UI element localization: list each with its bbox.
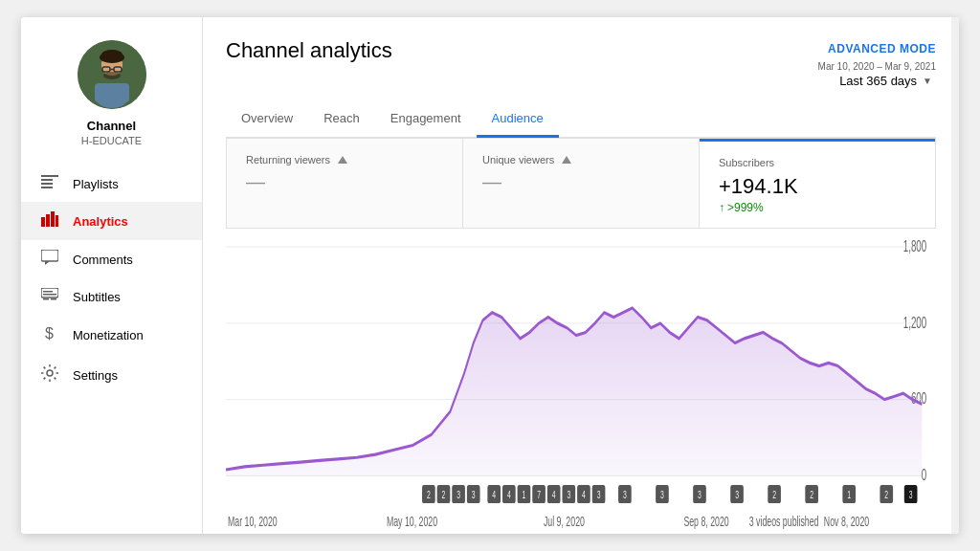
- sidebar-item-monetization[interactable]: $ Monetization: [21, 315, 202, 355]
- svg-text:4: 4: [507, 490, 511, 501]
- tab-engagement[interactable]: Engagement: [375, 101, 477, 138]
- svg-text:4: 4: [552, 490, 556, 501]
- chart-area: 1,800 1,200 600 0: [226, 229, 936, 534]
- svg-rect-15: [41, 217, 45, 227]
- sidebar-item-settings-label: Settings: [73, 368, 118, 383]
- tab-reach[interactable]: Reach: [308, 101, 375, 138]
- svg-text:$: $: [45, 325, 54, 342]
- svg-rect-22: [43, 298, 49, 300]
- svg-text:7: 7: [537, 490, 541, 501]
- metrics-row: Returning viewers — Unique viewers — Sub…: [226, 138, 936, 229]
- tab-audience[interactable]: Audience: [477, 101, 559, 138]
- svg-text:2: 2: [884, 490, 888, 501]
- list-icon: [40, 175, 59, 192]
- sidebar-item-playlists-label: Playlists: [73, 177, 119, 191]
- svg-rect-19: [41, 250, 58, 261]
- sidebar-item-settings[interactable]: Settings: [21, 355, 202, 395]
- sidebar-item-analytics[interactable]: Analytics: [21, 202, 202, 240]
- svg-text:2: 2: [810, 490, 813, 501]
- svg-rect-24: [43, 294, 56, 296]
- svg-text:3: 3: [597, 490, 601, 501]
- svg-text:4: 4: [492, 490, 496, 501]
- sidebar-item-subtitles[interactable]: Subtitles: [21, 278, 202, 315]
- warn-triangle-icon-2: [562, 156, 571, 164]
- metric-unique-viewers: Unique viewers —: [463, 139, 700, 228]
- svg-text:3: 3: [698, 490, 702, 501]
- returning-viewers-label: Returning viewers: [246, 154, 443, 165]
- avatar: [78, 40, 146, 109]
- svg-text:May 10, 2020: May 10, 2020: [387, 514, 437, 530]
- comment-icon: [40, 250, 59, 269]
- svg-point-10: [103, 72, 121, 79]
- svg-rect-11: [41, 175, 58, 177]
- returning-viewers-value: —: [246, 171, 443, 193]
- svg-rect-17: [51, 211, 55, 227]
- date-range-label: Mar 10, 2020 – Mar 9, 2021: [818, 61, 936, 72]
- svg-rect-13: [41, 183, 53, 185]
- sidebar-item-comments-label: Comments: [73, 253, 133, 267]
- sidebar-item-comments[interactable]: Comments: [21, 240, 202, 278]
- subscribers-label: Subscribers: [719, 157, 916, 168]
- svg-text:1,200: 1,200: [903, 314, 926, 331]
- svg-rect-18: [56, 215, 58, 227]
- svg-text:1: 1: [523, 490, 526, 501]
- svg-text:2: 2: [427, 490, 431, 501]
- up-arrow-icon: ↑: [719, 201, 724, 214]
- bar-chart-icon: [40, 211, 59, 231]
- channel-handle: H-EDUCATE: [81, 135, 142, 146]
- scrollbar[interactable]: [951, 17, 959, 534]
- warn-triangle-icon: [338, 156, 347, 164]
- date-range-select[interactable]: Last 365 days ▼: [835, 72, 936, 90]
- nav-list: Playlists Analytics Comments Subtitles: [21, 165, 202, 395]
- sidebar-item-monetization-label: Monetization: [73, 328, 144, 342]
- subscribers-value: +194.1K: [719, 174, 916, 199]
- chevron-down-icon: ▼: [923, 76, 932, 86]
- svg-text:Mar 10, 2020: Mar 10, 2020: [228, 514, 278, 530]
- svg-text:3: 3: [457, 490, 460, 501]
- sidebar: Channel H-EDUCATE Playlists Analytics Co…: [21, 17, 203, 534]
- svg-text:3: 3: [472, 490, 476, 501]
- svg-text:Nov 8, 2020: Nov 8, 2020: [824, 514, 870, 530]
- channel-name: Channel: [87, 119, 136, 133]
- svg-text:4: 4: [582, 490, 586, 501]
- svg-rect-16: [46, 214, 50, 227]
- metric-returning-viewers: Returning viewers —: [227, 139, 463, 228]
- chart-svg: 1,800 1,200 600 0: [226, 229, 936, 534]
- tab-overview[interactable]: Overview: [226, 101, 308, 138]
- svg-text:3 videos published: 3 videos published: [749, 514, 819, 530]
- date-range-preset: Last 365 days: [839, 74, 917, 88]
- svg-text:2: 2: [442, 490, 446, 501]
- metric-subscribers: Subscribers +194.1K ↑ >999%: [700, 139, 935, 228]
- page-title: Channel analytics: [226, 38, 392, 63]
- svg-rect-23: [51, 298, 56, 300]
- subscribers-change: ↑ >999%: [719, 201, 916, 214]
- svg-text:0: 0: [922, 467, 926, 484]
- svg-rect-25: [43, 291, 53, 293]
- sidebar-item-analytics-label: Analytics: [73, 214, 128, 229]
- unique-viewers-label: Unique viewers: [482, 154, 679, 165]
- unique-viewers-value: —: [482, 171, 679, 193]
- svg-rect-21: [41, 288, 58, 298]
- svg-text:1,800: 1,800: [903, 237, 926, 254]
- svg-rect-12: [41, 179, 53, 181]
- svg-text:3: 3: [909, 490, 913, 501]
- advanced-mode-button[interactable]: ADVANCED MODE: [828, 42, 936, 55]
- svg-text:1: 1: [847, 490, 851, 501]
- svg-text:3: 3: [623, 490, 627, 501]
- svg-rect-3: [95, 83, 129, 102]
- page-header: Channel analytics ADVANCED MODE Mar 10, …: [226, 38, 936, 90]
- sidebar-item-playlists[interactable]: Playlists: [21, 165, 202, 202]
- svg-text:2: 2: [772, 490, 776, 501]
- gear-icon: [40, 364, 59, 386]
- svg-rect-14: [41, 187, 53, 188]
- svg-text:Jul 9, 2020: Jul 9, 2020: [544, 514, 585, 530]
- main-content: Channel analytics ADVANCED MODE Mar 10, …: [203, 17, 959, 534]
- dollar-icon: $: [40, 324, 59, 345]
- svg-point-9: [101, 50, 122, 59]
- subtitles-icon: [40, 288, 59, 305]
- svg-text:3: 3: [567, 490, 570, 501]
- svg-text:3: 3: [660, 490, 664, 501]
- svg-text:Sep 8, 2020: Sep 8, 2020: [683, 514, 729, 530]
- sidebar-item-subtitles-label: Subtitles: [73, 290, 121, 304]
- analytics-tabs: Overview Reach Engagement Audience: [226, 101, 936, 138]
